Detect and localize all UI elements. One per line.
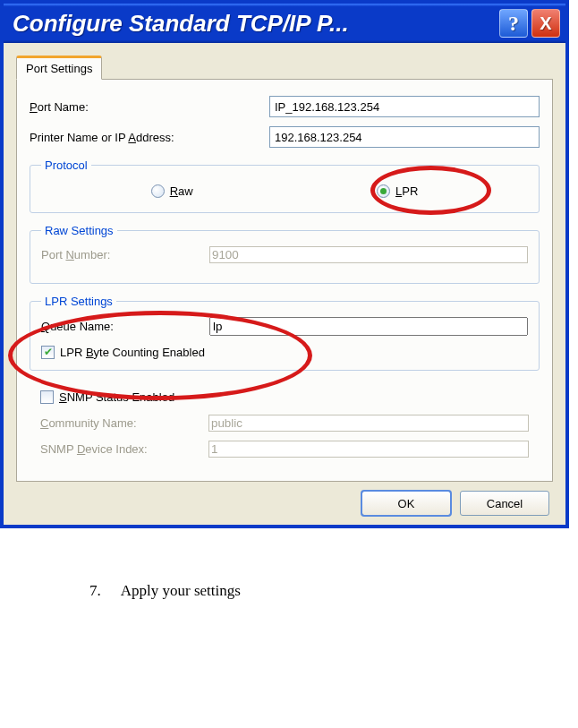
snmp-index-input: [208, 441, 529, 458]
snmp-index-label: SNMP Device Index:: [40, 442, 208, 456]
tab-strip: Port Settings: [16, 56, 553, 80]
queue-name-label: Queue Name:: [41, 320, 209, 333]
port-name-label: Port Name:: [30, 100, 269, 114]
radio-raw[interactable]: Raw: [151, 184, 193, 198]
port-number-label: Port Number:: [41, 248, 209, 261]
radio-lpr-label: LPR: [395, 184, 418, 198]
community-name-label: Community Name:: [40, 416, 208, 430]
titlebar: Configure Standard TCP/IP P... ? X: [4, 4, 565, 43]
row-ip-address: Printer Name or IP Address:: [30, 126, 540, 148]
queue-name-input[interactable]: [209, 317, 528, 336]
snmp-status-checkbox[interactable]: ✔ SNMP Status Enabled: [40, 390, 174, 404]
community-name-input: [208, 415, 529, 432]
radio-lpr-indicator: [377, 184, 390, 198]
dialog-window: Configure Standard TCP/IP P... ? X Port …: [0, 0, 569, 528]
snmp-status-label: SNMP Status Enabled: [59, 390, 174, 404]
protocol-legend: Protocol: [41, 158, 91, 172]
lpr-settings-legend: LPR Settings: [41, 295, 116, 308]
client-area: Port Settings Port Name: Printer Name or…: [4, 43, 565, 525]
close-button[interactable]: X: [531, 9, 560, 38]
raw-settings-legend: Raw Settings: [41, 224, 117, 237]
checkbox-checked-icon: ✔: [41, 346, 55, 359]
port-number-input: [209, 246, 528, 263]
lpr-settings-group: LPR Settings Queue Name: ✔ LPR Byte Coun…: [30, 295, 540, 371]
radio-raw-label: Raw: [170, 184, 193, 198]
lpr-byte-counting-label: LPR Byte Counting Enabled: [60, 346, 205, 359]
lpr-byte-counting-checkbox[interactable]: ✔ LPR Byte Counting Enabled: [41, 346, 205, 359]
tab-body: Port Name: Printer Name or IP Address: P…: [16, 79, 553, 482]
radio-lpr[interactable]: LPR: [377, 184, 418, 198]
radio-raw-indicator: [151, 184, 165, 198]
cancel-button[interactable]: Cancel: [460, 491, 549, 516]
tab-port-settings[interactable]: Port Settings: [16, 56, 102, 80]
port-name-input[interactable]: [269, 96, 540, 117]
row-port-name: Port Name:: [30, 96, 540, 117]
window-title: Configure Standard TCP/IP P...: [13, 10, 496, 38]
button-bar: OK Cancel: [16, 482, 553, 518]
protocol-group: Protocol Raw LPR: [30, 158, 540, 213]
ok-button[interactable]: OK: [361, 491, 451, 516]
raw-settings-group: Raw Settings Port Number:: [30, 224, 540, 284]
close-icon: X: [540, 13, 551, 34]
snmp-group: ✔ SNMP Status Enabled Community Name: SN…: [30, 381, 540, 469]
checkbox-unchecked-icon: ✔: [40, 390, 54, 404]
help-button[interactable]: ?: [499, 9, 528, 38]
ip-address-input[interactable]: [269, 126, 540, 148]
doc-step: 7. Apply your settings: [89, 582, 578, 600]
doc-step-text: Apply your settings: [121, 582, 241, 600]
ip-address-label: Printer Name or IP Address:: [30, 131, 269, 144]
doc-step-number: 7.: [89, 582, 101, 600]
help-icon: ?: [508, 12, 519, 36]
